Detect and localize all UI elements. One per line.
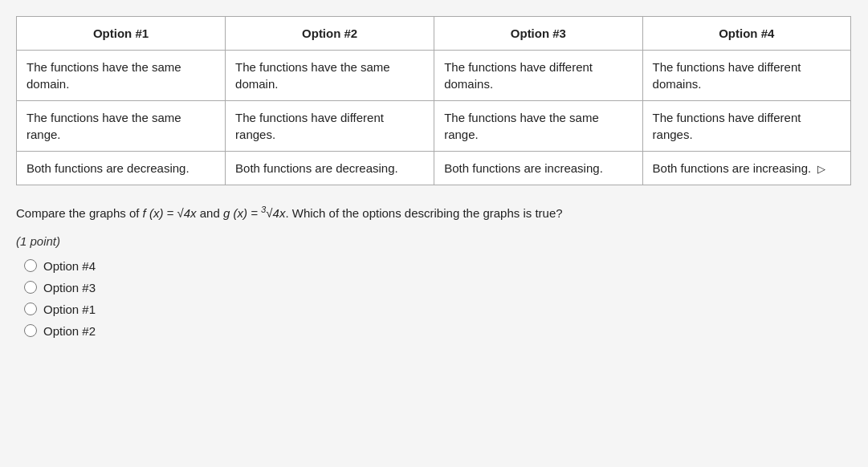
radio-label-4: Option #4 [43, 259, 96, 273]
table-row: The functions have the same range. The f… [17, 101, 851, 152]
row2-col1: The functions have the same range. [17, 101, 226, 152]
col-header-4: Option #4 [642, 17, 850, 51]
radio-input-3[interactable] [24, 281, 37, 294]
row3-col2: Both functions are decreasing. [226, 152, 434, 185]
answer-choices: Option #4 Option #3 Option #1 Option #2 [16, 259, 851, 338]
f-function: f (x) = √4x [143, 206, 197, 220]
g-function: g (x) = 3√4x [223, 206, 285, 220]
question-text: Compare the graphs of f (x) = √4x and g … [16, 200, 851, 226]
question-text-before: Compare the graphs of [16, 206, 143, 220]
row1-col2: The functions have the same domain. [226, 51, 434, 101]
row2-col4: The functions have different ranges. [642, 101, 850, 152]
radio-option-3[interactable]: Option #3 [24, 281, 851, 294]
radio-label-2: Option #2 [43, 324, 96, 338]
table-row: Both functions are decreasing. Both func… [17, 152, 851, 185]
row3-col4-text: Both functions are increasing. [653, 161, 812, 175]
row3-col3: Both functions are increasing. [434, 152, 642, 185]
row3-col1: Both functions are decreasing. [17, 152, 226, 185]
radio-input-4[interactable] [24, 259, 37, 272]
table-row: The functions have the same domain. The … [17, 51, 851, 101]
row2-col3: The functions have the same range. [434, 101, 642, 152]
radio-option-1[interactable]: Option #1 [24, 303, 851, 316]
radio-input-2[interactable] [24, 324, 37, 337]
page-container: Option #1 Option #2 Option #3 Option #4 … [16, 16, 851, 338]
col-header-1: Option #1 [17, 17, 226, 51]
col-header-3: Option #3 [434, 17, 642, 51]
row1-col4: The functions have different domains. [642, 51, 850, 101]
row1-col1: The functions have the same domain. [17, 51, 226, 101]
radio-option-4[interactable]: Option #4 [24, 259, 851, 273]
question-text-middle: and [197, 206, 223, 220]
flag-icon: ▷ [817, 163, 825, 175]
row1-col3: The functions have different domains. [434, 51, 642, 101]
radio-label-3: Option #3 [43, 281, 96, 294]
col-header-2: Option #2 [226, 17, 434, 51]
radio-input-1[interactable] [24, 303, 37, 315]
point-label: (1 point) [16, 234, 851, 248]
options-table: Option #1 Option #2 Option #3 Option #4 … [16, 16, 851, 185]
row3-col4: Both functions are increasing. ▷ [642, 152, 850, 185]
question-text-after: . Which of the options describing the gr… [285, 206, 562, 220]
row2-col2: The functions have different ranges. [226, 101, 434, 152]
radio-option-2[interactable]: Option #2 [24, 324, 851, 338]
radio-label-1: Option #1 [43, 303, 96, 316]
